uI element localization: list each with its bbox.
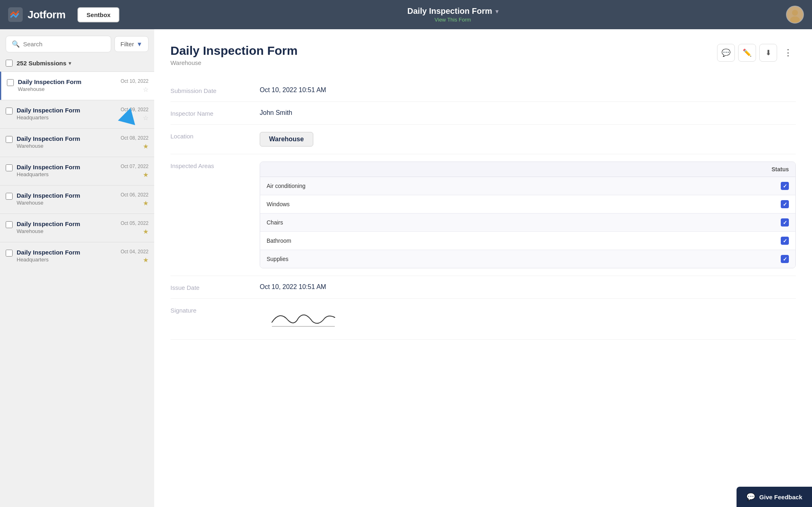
area-checked-icon bbox=[781, 237, 789, 245]
submission-checkbox[interactable] bbox=[6, 136, 13, 143]
signature-drawing bbox=[260, 306, 341, 330]
submission-date: Oct 08, 2022 bbox=[121, 135, 149, 141]
submission-subtitle: Warehouse bbox=[17, 200, 116, 206]
submission-date: Oct 04, 2022 bbox=[121, 249, 149, 255]
issue-date-label: Issue Date bbox=[170, 283, 260, 291]
area-name: Windows bbox=[267, 201, 290, 207]
signature-field: Signature bbox=[170, 299, 796, 340]
star-icon[interactable]: ☆ bbox=[143, 86, 149, 93]
search-bar-area: 🔍 Filter ▼ bbox=[0, 29, 154, 56]
status-column-header: Status bbox=[771, 166, 789, 173]
table-row: Bathroom bbox=[260, 232, 795, 250]
area-checked-icon bbox=[781, 200, 789, 208]
submission-meta: Oct 06, 2022 ★ bbox=[121, 192, 149, 207]
edit-button[interactable]: ✏️ bbox=[738, 44, 756, 62]
submissions-header: 252 Submissions ▾ bbox=[0, 56, 154, 71]
chevron-down-icon[interactable]: ▾ bbox=[495, 8, 498, 15]
list-item[interactable]: Daily Inspection Form Headquarters Oct 0… bbox=[0, 157, 154, 185]
content-title-area: Daily Inspection Form Warehouse bbox=[170, 44, 297, 66]
submission-subtitle: Warehouse bbox=[18, 86, 116, 92]
submission-subtitle: Headquarters bbox=[17, 257, 116, 263]
content-header: Daily Inspection Form Warehouse 💬 ✏️ ⬇ ⋮ bbox=[170, 44, 796, 66]
table-row: Chairs bbox=[260, 214, 795, 232]
search-box[interactable]: 🔍 bbox=[6, 36, 111, 52]
submission-subtitle: Warehouse bbox=[17, 143, 116, 149]
search-input[interactable] bbox=[23, 41, 105, 47]
list-item[interactable]: Daily Inspection Form Warehouse Oct 06, … bbox=[0, 185, 154, 214]
inspected-areas-label: Inspected Areas bbox=[170, 162, 260, 169]
location-value: Warehouse bbox=[260, 132, 796, 147]
more-options-button[interactable]: ⋮ bbox=[780, 46, 796, 60]
form-title: Daily Inspection Form bbox=[170, 44, 297, 58]
download-button[interactable]: ⬇ bbox=[759, 44, 777, 62]
list-item[interactable]: Daily Inspection Form Warehouse Oct 10, … bbox=[0, 71, 154, 100]
comment-icon: 💬 bbox=[722, 48, 730, 57]
filter-button[interactable]: Filter ▼ bbox=[114, 36, 149, 52]
submission-checkbox[interactable] bbox=[6, 193, 13, 200]
list-item[interactable]: Daily Inspection Form Headquarters Oct 0… bbox=[0, 242, 154, 270]
submission-title: Daily Inspection Form bbox=[17, 164, 116, 170]
submission-checkbox[interactable] bbox=[6, 221, 13, 228]
star-icon[interactable]: ★ bbox=[143, 142, 149, 150]
submission-meta: Oct 10, 2022 ☆ bbox=[121, 78, 149, 93]
submission-checkbox[interactable] bbox=[6, 108, 13, 114]
submission-subtitle: Headquarters bbox=[17, 171, 116, 177]
submission-info: Daily Inspection Form Headquarters bbox=[17, 107, 116, 121]
main-layout: 🔍 Filter ▼ 252 Submissions ▾ Dail bbox=[0, 29, 812, 507]
give-feedback-label: Give Feedback bbox=[759, 494, 802, 501]
comment-button[interactable]: 💬 bbox=[717, 44, 735, 62]
search-row: 🔍 Filter ▼ bbox=[6, 36, 149, 52]
submission-date-value: Oct 10, 2022 10:51 AM bbox=[260, 86, 796, 94]
user-avatar-image bbox=[787, 6, 803, 24]
signature-value bbox=[260, 306, 796, 332]
star-icon[interactable]: ★ bbox=[143, 171, 149, 179]
submission-info: Daily Inspection Form Headquarters bbox=[17, 164, 116, 177]
submission-date: Oct 10, 2022 bbox=[121, 78, 149, 84]
view-form-link[interactable]: View This Form bbox=[435, 17, 471, 23]
submission-subtitle: Warehouse bbox=[17, 228, 116, 234]
filter-icon: ▼ bbox=[136, 41, 142, 47]
filter-label: Filter bbox=[121, 41, 134, 47]
list-item[interactable]: Daily Inspection Form Headquarters Oct 0… bbox=[0, 100, 154, 128]
header-center: Daily Inspection Form ▾ View This Form bbox=[119, 6, 786, 23]
submission-checkbox[interactable] bbox=[7, 79, 14, 86]
submission-title: Daily Inspection Form bbox=[18, 78, 116, 85]
svg-point-2 bbox=[790, 17, 800, 23]
submission-date: Oct 07, 2022 bbox=[121, 164, 149, 169]
star-icon[interactable]: ★ bbox=[143, 256, 149, 264]
toolbar-buttons: 💬 ✏️ ⬇ ⋮ bbox=[717, 44, 796, 62]
submission-date-field: Submission Date Oct 10, 2022 10:51 AM bbox=[170, 79, 796, 102]
sidebar: 🔍 Filter ▼ 252 Submissions ▾ Dail bbox=[0, 29, 154, 507]
submission-info: Daily Inspection Form Warehouse bbox=[18, 78, 116, 92]
area-checked-icon bbox=[781, 218, 789, 227]
star-icon[interactable]: ★ bbox=[143, 199, 149, 207]
area-checked-icon bbox=[781, 255, 789, 263]
list-item[interactable]: Daily Inspection Form Warehouse Oct 08, … bbox=[0, 128, 154, 157]
star-icon[interactable]: ☆ bbox=[143, 114, 149, 122]
submission-meta: Oct 04, 2022 ★ bbox=[121, 249, 149, 264]
submission-checkbox[interactable] bbox=[6, 164, 13, 171]
list-item[interactable]: Daily Inspection Form Warehouse Oct 05, … bbox=[0, 214, 154, 242]
detail-content: Daily Inspection Form Warehouse 💬 ✏️ ⬇ ⋮… bbox=[154, 29, 812, 507]
inspected-areas-table-wrap: Status Air conditioning Windows Chairs bbox=[260, 162, 796, 268]
submission-date: Oct 05, 2022 bbox=[121, 220, 149, 226]
form-subtitle: Warehouse bbox=[170, 59, 297, 66]
submission-info: Daily Inspection Form Warehouse bbox=[17, 192, 116, 206]
submission-title: Daily Inspection Form bbox=[17, 220, 116, 227]
select-all-checkbox[interactable] bbox=[6, 60, 13, 67]
avatar[interactable] bbox=[786, 6, 804, 24]
sentbox-button[interactable]: Sentbox bbox=[78, 7, 119, 22]
submission-checkbox[interactable] bbox=[6, 250, 13, 257]
search-icon: 🔍 bbox=[12, 40, 20, 48]
chevron-down-icon: ▾ bbox=[69, 60, 71, 66]
location-badge: Warehouse bbox=[260, 132, 313, 147]
submissions-count[interactable]: 252 Submissions ▾ bbox=[17, 60, 71, 67]
download-icon: ⬇ bbox=[765, 48, 771, 57]
submission-info: Daily Inspection Form Warehouse bbox=[17, 135, 116, 149]
star-icon[interactable]: ★ bbox=[143, 228, 149, 235]
feedback-icon: 💬 bbox=[746, 492, 755, 501]
inspected-areas-field: Inspected Areas Status Air conditioning … bbox=[170, 154, 796, 276]
give-feedback-button[interactable]: 💬 Give Feedback bbox=[737, 487, 812, 507]
submission-meta: Oct 05, 2022 ★ bbox=[121, 220, 149, 235]
inspector-name-value: John Smith bbox=[260, 109, 796, 117]
